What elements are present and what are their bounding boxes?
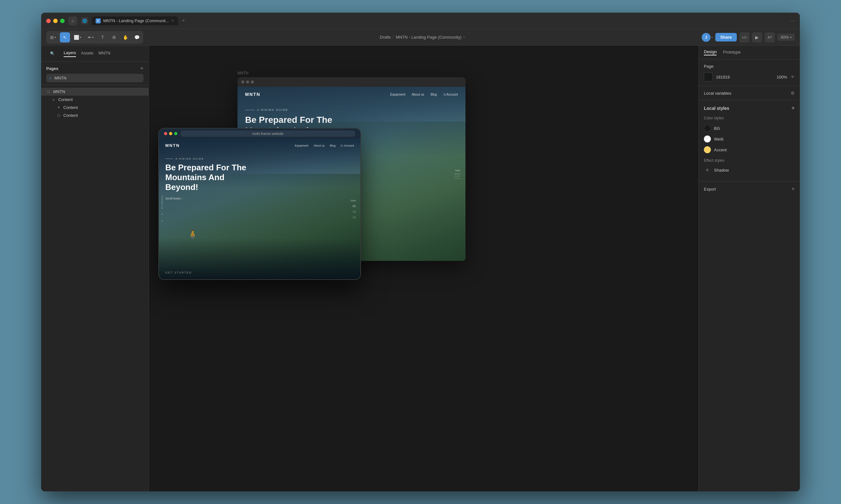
sidebar-twitter: ⚬ [161, 219, 164, 222]
fullscreen-button[interactable] [60, 19, 65, 23]
tab-close-button[interactable]: ✕ [171, 19, 174, 23]
effect-style-shadow[interactable]: ✳ Shadow [704, 165, 795, 175]
nav-about[interactable]: About us [412, 93, 424, 96]
color-style-accent[interactable]: Accent [704, 144, 795, 155]
tab-mntn[interactable]: MNTN [99, 51, 110, 57]
tab-layers[interactable]: Layers [64, 50, 76, 57]
toolbar-right: J ▾ Share </> ▶ A? 40% ▾ [702, 32, 795, 42]
tablet-nav-about[interactable]: About us [314, 144, 325, 147]
tablet-logo: MNTN [165, 143, 180, 148]
shadow-label: Shadow [714, 168, 729, 173]
pages-section: Pages + ✓ MNTN [41, 62, 148, 85]
tablet-mockup: mntn.framer.website Follow us ⚬ ⚬ MNTN [158, 128, 361, 280]
bg-swatch [704, 125, 711, 132]
local-variables-icon[interactable]: ⚙ [791, 91, 795, 96]
tablet-traffic-lights [164, 132, 177, 135]
avatar-chevron: ▾ [711, 35, 713, 39]
tab-assets[interactable]: Assets [81, 51, 93, 57]
tablet-content: Follow us ⚬ ⚬ MNTN Equipment About us Bl… [159, 139, 360, 279]
tablet-sidebar: Follow us ⚬ ⚬ [159, 193, 166, 225]
hand-tool[interactable]: ✋ [120, 32, 130, 42]
component-tool[interactable]: ⚙ [109, 32, 119, 42]
tab-label: MNTN - Landing Page (Communit... [103, 18, 169, 23]
shape-tool[interactable]: ⬜▾ [71, 32, 84, 42]
select-tool[interactable]: ↖ [60, 32, 70, 42]
progress-indicator: Start [454, 169, 460, 179]
canvas[interactable]: MNTN MN [149, 46, 698, 491]
search-area: 🔍 [46, 49, 58, 58]
layer-content-2[interactable]: ✦ Content [41, 104, 148, 111]
layer-content-icon: ≡ [51, 98, 56, 102]
tablet-hero-title: Be Prepared For TheMountains And Beyond! [165, 163, 254, 193]
page-section-title: Page [704, 64, 713, 69]
tablet-nav-equipment[interactable]: Equipment [295, 144, 308, 147]
code-view-button[interactable]: </> [739, 32, 750, 42]
page-color-value[interactable]: 181919 [716, 75, 768, 79]
weiss-swatch [704, 136, 711, 142]
layer-content-2-label: Content [63, 105, 78, 110]
pen-tool[interactable]: ✒▾ [85, 32, 96, 42]
page-section: Page 181919 100% 👁 [699, 59, 800, 86]
zoom-level: 40% [781, 35, 789, 40]
add-export-button[interactable]: + [791, 186, 795, 193]
frame-tool[interactable]: ⊞▾ [48, 32, 58, 42]
tablet-minimize [169, 132, 172, 135]
visibility-toggle[interactable]: 👁 [790, 74, 795, 79]
effect-styles-title: Effect styles [704, 158, 795, 163]
layer-content-3[interactable]: ◻ Content [41, 111, 148, 119]
tab-icon: F [96, 18, 101, 23]
local-styles-label: Local styles [704, 106, 729, 111]
home-button[interactable]: ⌂ [68, 16, 77, 25]
page-mntn[interactable]: ✓ MNTN [46, 74, 143, 82]
tablet-nav-blog[interactable]: Blog [329, 144, 335, 147]
sidebar-follow: Follow us [161, 196, 164, 209]
comment-tool[interactable]: 💬 [132, 32, 142, 42]
tablet-url-bar[interactable]: mntn.framer.website [180, 130, 355, 137]
color-styles-group: Color styles BG Weiß Accent [704, 116, 795, 155]
breadcrumb-file[interactable]: MNTN - Landing Page (Community) [396, 35, 461, 40]
layer-content-1[interactable]: ≡ Content [41, 96, 148, 104]
user-avatar[interactable]: J [702, 33, 711, 42]
export-row: Export + [704, 186, 795, 193]
design-tab[interactable]: Design [704, 49, 717, 55]
layer-mntn-frame[interactable]: ◻ MNTN [41, 88, 148, 96]
tablet-close [164, 132, 167, 135]
layers-section: ◻ MNTN ≡ Content ✦ Content ◻ Content [41, 85, 148, 122]
new-tab-button[interactable]: + [179, 17, 188, 24]
add-page-button[interactable]: + [140, 66, 143, 71]
layer-content-1-label: Content [58, 97, 73, 102]
color-style-weiss[interactable]: Weiß [704, 133, 795, 144]
zoom-chevron: ▾ [790, 36, 792, 39]
globe-button[interactable]: 🌐 [81, 17, 88, 24]
accent-swatch [704, 146, 711, 153]
local-styles-section: Local styles + Color styles BG Weiß [699, 100, 800, 181]
text-tool[interactable]: T [97, 32, 108, 42]
title-bar: ⌂ 🌐 F MNTN - Landing Page (Communit... ✕… [41, 13, 800, 29]
minimize-button[interactable] [53, 19, 58, 23]
present-button[interactable]: A? [765, 32, 775, 42]
tablet-nav-account[interactable]: ⊙ Account [340, 144, 354, 147]
weiss-color-label: Weiß [714, 137, 723, 142]
local-variables-label: Local variables [704, 91, 731, 96]
local-variables-section: Local variables ⚙ [699, 86, 800, 100]
nav-account[interactable]: ⊙ Account [443, 93, 458, 96]
toolbar: ⊞▾ ↖ ⬜▾ ✒▾ T ⚙ ✋ 💬 Drafts / MNTN - Landi… [41, 29, 800, 46]
page-opacity-value[interactable]: 100% [771, 75, 787, 79]
tablet-bottom-hint: GET STARTED [159, 238, 360, 279]
prototype-tab[interactable]: Prototype [723, 50, 740, 55]
more-options-button[interactable]: ··· [790, 17, 795, 24]
nav-blog[interactable]: Blog [431, 93, 437, 96]
close-button[interactable] [46, 19, 51, 23]
share-button[interactable]: Share [715, 33, 737, 41]
nav-equipment[interactable]: Equipment [390, 93, 405, 96]
tab-mntn[interactable]: F MNTN - Landing Page (Communit... ✕ [92, 16, 178, 25]
preview-button[interactable]: ▶ [752, 32, 762, 42]
zoom-control[interactable]: 40% ▾ [777, 34, 795, 41]
color-style-bg[interactable]: BG [704, 123, 795, 133]
page-color-swatch[interactable] [704, 72, 713, 82]
panel-tabs: 🔍 Layers Assets MNTN [41, 46, 148, 62]
add-style-button[interactable]: + [791, 105, 795, 111]
layer-frame-icon: ◻ [46, 90, 51, 94]
shadow-icon: ✳ [704, 166, 711, 174]
layer-box-icon: ◻ [56, 113, 61, 118]
